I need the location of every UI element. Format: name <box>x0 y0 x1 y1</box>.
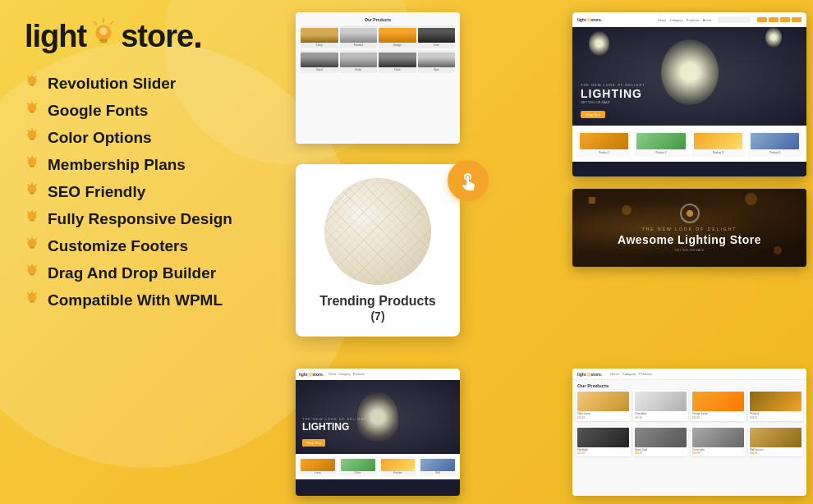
feature-bulb-icon-5 <box>25 182 39 201</box>
svg-line-11 <box>35 76 36 77</box>
dark-store-overlay: THE NEW LOOK OF DELIGHT Awesome Lighting… <box>572 189 806 267</box>
screenshot-dark-store: THE NEW LOOK OF DELIGHT Awesome Lighting… <box>572 189 806 267</box>
screenshot-hero: light🔆store. Home Category Products Abou… <box>572 12 806 176</box>
bottom-prod-img-6 <box>635 428 687 447</box>
small-hero-image: THE NEW LOOK OF DELIGHT LIGHTING Shop No… <box>296 380 460 454</box>
dark-store-subtitle: GET 50% ON SALE <box>675 248 705 252</box>
svg-rect-38 <box>30 247 34 249</box>
svg-line-41 <box>35 239 36 240</box>
small-hero-cta[interactable]: Shop Now <box>302 439 325 447</box>
bottom-product-6: Street Light $59.99 <box>633 426 688 457</box>
bottom-grid-products-row1: Table Lamp $29.99 Chandelier $49.99 Oran… <box>572 390 806 424</box>
hero-header: light🔆store. Home Category Products Abou… <box>572 12 806 27</box>
hero-nav-about: About <box>703 18 711 22</box>
svg-line-10 <box>28 76 29 77</box>
small-hero-products: Lamp Globe Pendant Wall <box>296 454 460 479</box>
feature-bulb-icon-9 <box>25 291 39 309</box>
bottom-grid-header: light🔆store. Home Category Products <box>572 369 806 380</box>
hero-nav-products: Products <box>687 18 700 22</box>
bokeh-2 <box>622 205 632 215</box>
svg-line-1 <box>94 21 97 24</box>
logo-text-store: store <box>121 19 193 54</box>
bottom-grid-logo: light🔆store. <box>577 372 602 377</box>
svg-rect-48 <box>30 301 34 303</box>
feature-label-7: Customize Footers <box>48 237 188 255</box>
product-img-2 <box>340 28 378 43</box>
hero-cta-button[interactable]: Shop Now <box>581 111 605 118</box>
hero-product-1: Product 1 <box>577 131 631 157</box>
dark-store-title: Awesome Lighting Store <box>618 233 761 246</box>
feature-item-wpml: Compatible With WPML <box>25 291 279 309</box>
touch-cursor-icon <box>448 160 489 201</box>
bottom-prod-img-5 <box>577 428 629 447</box>
svg-line-20 <box>28 131 29 131</box>
trending-label: Trending Products <box>319 293 435 309</box>
hero-subtitle: GET 50% ON SALE <box>581 100 645 104</box>
hero-logo: light🔆store. <box>577 17 602 22</box>
feature-item-color-options: Color Options <box>25 128 279 147</box>
svg-line-2 <box>111 21 113 24</box>
svg-line-51 <box>35 293 36 294</box>
hero-prod-img-3 <box>694 133 742 149</box>
feature-bulb-icon-2 <box>25 101 39 120</box>
feature-label-8: Drag And Drop Builder <box>48 264 216 282</box>
product-img-5 <box>301 53 338 67</box>
svg-line-16 <box>35 103 36 104</box>
small-hero-prod-2: Globe <box>339 457 377 476</box>
hero-product-3: Product 3 <box>691 131 745 157</box>
product-img-3 <box>379 28 416 43</box>
small-hero-nav: Home Category Products <box>328 373 364 376</box>
feature-bulb-icon-7 <box>25 236 39 255</box>
bokeh-3 <box>774 246 782 254</box>
small-hero-header: light🔆store. Home Category Products <box>296 369 460 380</box>
bottom-product-2: Chandelier $49.99 <box>633 390 688 421</box>
svg-line-21 <box>35 131 36 131</box>
bottom-grid-title: Our Products <box>572 380 806 390</box>
dark-store-circle-inner <box>687 210 693 217</box>
small-hero-prod-img-3 <box>381 459 416 471</box>
feature-label-1: Revolution Slider <box>48 75 176 93</box>
products-title: Our Products <box>301 17 455 22</box>
svg-line-30 <box>28 185 29 186</box>
hero-product-4: Product 4 <box>748 131 802 157</box>
hero-action-btn-1 <box>757 17 767 22</box>
svg-rect-23 <box>30 166 34 167</box>
hero-action-btn-3 <box>780 17 790 22</box>
small-nav-cat: Category <box>339 373 351 376</box>
small-hero-prod-img-1 <box>301 459 335 471</box>
bottom-product-4: Pendant $39.99 <box>748 390 803 421</box>
bottom-prod-img-3 <box>692 392 744 411</box>
bottom-prod-img-1 <box>577 392 629 411</box>
small-hero-prod-img-4 <box>420 459 455 471</box>
feature-bulb-icon-8 <box>25 263 39 282</box>
feature-bulb-icon-6 <box>25 209 39 228</box>
product-item-2: Pendant <box>340 25 378 48</box>
feature-label-6: Fully Responsive Design <box>48 210 232 228</box>
feature-item-seo-friendly: SEO Friendly <box>25 182 279 201</box>
hero-prod-img-4 <box>751 133 799 149</box>
left-panel: light sto <box>0 0 304 504</box>
features-list: Revolution Slider Google Fonts <box>25 74 279 309</box>
main-container: light sto <box>0 0 813 504</box>
small-hero-logo: light🔆store. <box>299 372 324 377</box>
svg-line-46 <box>35 266 36 267</box>
hero-bulb-small-1 <box>589 31 609 56</box>
svg-point-6 <box>99 27 108 35</box>
hero-bulb-small-2 <box>765 27 782 48</box>
dark-store-tag: THE NEW LOOK OF DELIGHT <box>642 227 737 231</box>
svg-line-45 <box>28 266 29 267</box>
bottom-nav-products: Products <box>639 372 652 376</box>
product-item-6: Globe <box>340 50 378 73</box>
svg-line-50 <box>28 293 29 294</box>
product-item-3: Orange <box>379 25 416 48</box>
product-item-5: Stand <box>301 50 338 73</box>
feature-item-drag-drop: Drag And Drop Builder <box>25 263 279 282</box>
screenshot-products-grid: Our Products Lamp Pendant Orange <box>296 12 460 144</box>
svg-line-26 <box>35 158 36 158</box>
svg-rect-4 <box>99 39 108 41</box>
right-panel: Our Products Lamp Pendant Orange <box>287 0 813 504</box>
hero-prod-img-2 <box>636 133 685 149</box>
bottom-product-7: Torch Light $24.99 <box>691 426 746 457</box>
svg-rect-5 <box>100 41 107 43</box>
bottom-nav-category: Category <box>622 372 636 376</box>
